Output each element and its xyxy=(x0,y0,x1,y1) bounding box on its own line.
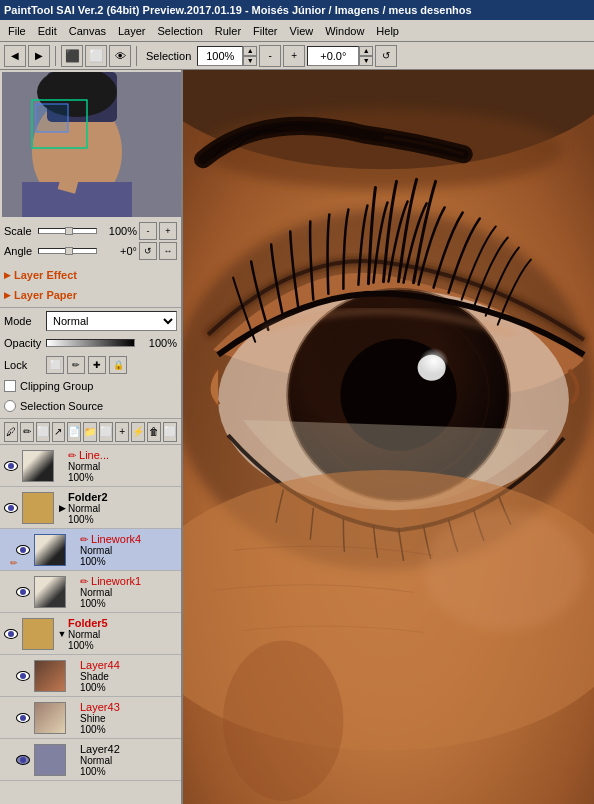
layer-list: ✏ Line... Normal 100% ▶ Folder2 Normal 1… xyxy=(0,444,181,804)
selection-source-label: Selection Source xyxy=(20,400,103,412)
menu-view[interactable]: View xyxy=(284,23,320,39)
clipping-group-checkbox[interactable] xyxy=(4,380,16,392)
svg-point-21 xyxy=(418,355,446,381)
layer-info-layer44: Layer44 Shade 100% xyxy=(80,659,179,693)
app-title: PaintTool SAI Ver.2 (64bit) Preview.2017… xyxy=(4,4,472,16)
layer-info-folder2: Folder2 Normal 100% xyxy=(68,491,179,525)
eye-icon-line-top xyxy=(4,461,18,471)
layer-delete-button[interactable]: 🗑 xyxy=(147,422,161,442)
layer-thumb-layer43 xyxy=(34,702,66,734)
layer-eye-linework4[interactable] xyxy=(14,541,32,559)
nav-back-button[interactable]: ◀ xyxy=(4,45,26,67)
layer-item-layer43[interactable]: Layer43 Shine 100% xyxy=(0,697,181,739)
layer-new-linework-button[interactable]: ✏ xyxy=(20,422,34,442)
layer-eye-linework1[interactable] xyxy=(14,583,32,601)
preview-svg xyxy=(2,72,182,217)
menu-help[interactable]: Help xyxy=(370,23,405,39)
layer-toolbar: 🖊 ✏ ⬜ ↗ 📄 📁 ⬜ + ⚡ 🗑 ⬜ xyxy=(0,418,181,444)
selection-source-radio[interactable] xyxy=(4,400,16,412)
menu-ruler[interactable]: Ruler xyxy=(209,23,247,39)
layer-effect-button[interactable]: ⚡ xyxy=(131,422,145,442)
toolbar-icon-1[interactable]: ⬛ xyxy=(61,45,83,67)
layer-paper-arrow: ▶ xyxy=(4,290,11,300)
layer-eye-layer44[interactable] xyxy=(14,667,32,685)
mode-section: Mode Normal Multiply Screen Overlay Lumi… xyxy=(0,307,181,418)
canvas-area[interactable] xyxy=(183,70,594,804)
layer-effect-row[interactable]: ▶ Layer Effect xyxy=(4,265,177,285)
menu-filter[interactable]: Filter xyxy=(247,23,283,39)
menu-window[interactable]: Window xyxy=(319,23,370,39)
layer-item-folder5[interactable]: ▼ Folder5 Normal 100% xyxy=(0,613,181,655)
rotate-down-button[interactable]: ▼ xyxy=(359,56,373,66)
layer-eye-layer43[interactable] xyxy=(14,709,32,727)
rotate-reset-button[interactable]: ↺ xyxy=(375,45,397,67)
mode-select[interactable]: Normal Multiply Screen Overlay Luminosit… xyxy=(46,311,177,331)
selection-source-row: Selection Source xyxy=(4,396,177,416)
layer-expand-folder5[interactable]: ▼ xyxy=(56,629,68,639)
layer-transform-button[interactable]: ↗ xyxy=(52,422,66,442)
layer-new-paint-button[interactable]: 🖊 xyxy=(4,422,18,442)
menu-file[interactable]: File xyxy=(2,23,32,39)
layer-merge-button[interactable]: ⬜ xyxy=(99,422,113,442)
lock-icon-3[interactable]: ✚ xyxy=(88,356,106,374)
title-bar: PaintTool SAI Ver.2 (64bit) Preview.2017… xyxy=(0,0,594,20)
opacity-value: 100% xyxy=(139,337,177,349)
rotate-up-button[interactable]: ▲ xyxy=(359,46,373,56)
scale-track[interactable] xyxy=(38,228,97,234)
layer-item-linework4[interactable]: ✏ Linework4 Normal 100% ✏ xyxy=(0,529,181,571)
layer-eye-folder5[interactable] xyxy=(2,625,20,643)
zoom-input[interactable] xyxy=(197,46,243,66)
menu-canvas[interactable]: Canvas xyxy=(63,23,112,39)
layer-item-linework1[interactable]: ✏ Linework1 Normal 100% xyxy=(0,571,181,613)
angle-track[interactable] xyxy=(38,248,97,254)
layer-name-linework1: ✏ Linework1 xyxy=(80,575,179,587)
layer-new-folder-button[interactable]: 📁 xyxy=(83,422,97,442)
layer-item-layer44[interactable]: Layer44 Shade 100% xyxy=(0,655,181,697)
layer-item-line-top[interactable]: ✏ Line... Normal 100% xyxy=(0,445,181,487)
layer-new-layer-button[interactable]: 📄 xyxy=(67,422,81,442)
eye-icon-linework1 xyxy=(16,587,30,597)
rotate-input[interactable] xyxy=(307,46,359,66)
scale-plus-button[interactable]: + xyxy=(159,222,177,240)
layer-eye-folder2[interactable] xyxy=(2,499,20,517)
angle-flip-button[interactable]: ↔ xyxy=(159,242,177,260)
eye-icon-layer42 xyxy=(16,755,30,765)
preview-image xyxy=(2,72,182,217)
zoom-minus-button[interactable]: - xyxy=(259,45,281,67)
angle-thumb[interactable] xyxy=(65,247,73,255)
layer-eye-layer42[interactable] xyxy=(14,751,32,769)
layer-paper-row[interactable]: ▶ Layer Paper xyxy=(4,285,177,305)
lock-icon-4[interactable]: 🔒 xyxy=(109,356,127,374)
menu-layer[interactable]: Layer xyxy=(112,23,152,39)
menu-selection[interactable]: Selection xyxy=(152,23,209,39)
layer-opacity-folder5: 100% xyxy=(68,640,179,651)
layer-effect-label: Layer Effect xyxy=(14,269,77,281)
toolbar-icon-eye[interactable]: 👁 xyxy=(109,45,131,67)
scale-thumb[interactable] xyxy=(65,227,73,235)
layer-expand-folder2[interactable]: ▶ xyxy=(56,503,68,513)
lock-icon-2[interactable]: ✏ xyxy=(67,356,85,374)
zoom-up-button[interactable]: ▲ xyxy=(243,46,257,56)
layer-mode-folder5: Normal xyxy=(68,629,179,640)
layer-info-linework1: ✏ Linework1 Normal 100% xyxy=(80,575,179,609)
zoom-down-button[interactable]: ▼ xyxy=(243,56,257,66)
scale-value: 100% xyxy=(99,225,137,237)
angle-reset-button[interactable]: ↺ xyxy=(139,242,157,260)
opacity-track[interactable] xyxy=(46,339,135,347)
menu-edit[interactable]: Edit xyxy=(32,23,63,39)
toolbar-icon-2[interactable]: ⬜ xyxy=(85,45,107,67)
layer-eye-line-top[interactable] xyxy=(2,457,20,475)
layer-thumb-line-top xyxy=(22,450,54,482)
layer-item-folder2[interactable]: ▶ Folder2 Normal 100% xyxy=(0,487,181,529)
scale-minus-button[interactable]: - xyxy=(139,222,157,240)
svg-rect-8 xyxy=(36,104,68,132)
eye-icon-linework4 xyxy=(16,545,30,555)
layer-item-layer42[interactable]: Layer42 Normal 100% xyxy=(0,739,181,781)
layer-thumb-layer42 xyxy=(34,744,66,776)
nav-forward-button[interactable]: ▶ xyxy=(28,45,50,67)
zoom-plus-button[interactable]: + xyxy=(283,45,305,67)
layer-copy-button[interactable]: ⬜ xyxy=(163,422,177,442)
layer-new-mask-button[interactable]: ⬜ xyxy=(36,422,50,442)
layer-add-button[interactable]: + xyxy=(115,422,129,442)
lock-icon-1[interactable]: ⬜ xyxy=(46,356,64,374)
